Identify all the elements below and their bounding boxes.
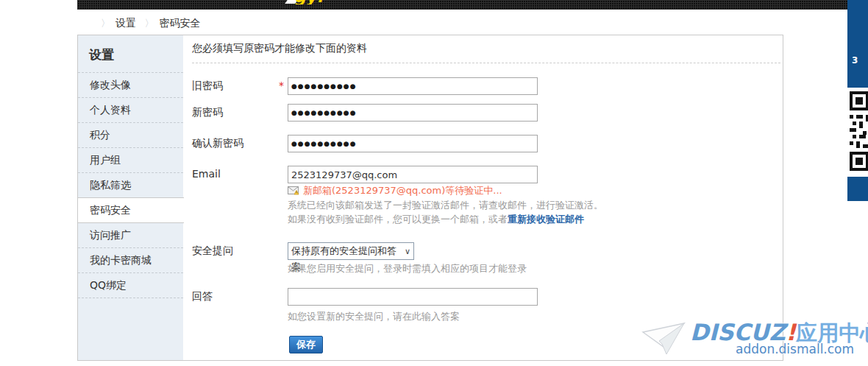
page: gy! 〉设置 〉密码安全 设置 修改头像 个人资料 积分 用户组 隐私筛选 密… [0, 0, 868, 366]
chevron-right-icon: 〉 [144, 18, 154, 29]
sidebar-item-qq-bind[interactable]: QQ绑定 [78, 273, 183, 298]
required-asterisk: * [279, 80, 284, 91]
side-promo-strip: 3 [847, 0, 868, 201]
old-password-label: 旧密码 [192, 80, 223, 93]
confirm-password-input[interactable] [288, 135, 538, 152]
settings-panel: 设置 修改头像 个人资料 积分 用户组 隐私筛选 密码安全 访问推广 我的卡密商… [77, 35, 783, 361]
breadcrumb-password-security[interactable]: 密码安全 [159, 17, 200, 29]
form-notice: 您必须填写原密码才能修改下面的资料 [192, 42, 367, 55]
site-logo-fragment: gy! [294, 0, 353, 4]
new-password-label: 新密码 [192, 106, 223, 119]
chevron-right-icon: 〉 [101, 18, 110, 29]
password-security-form: 您必须填写原密码才能修改下面的资料 旧密码 * 新密码 确认新密码 Email [183, 35, 783, 360]
watermark-exclaim: ! [786, 319, 796, 345]
old-password-input[interactable] [288, 77, 538, 95]
sidebar-item-avatar[interactable]: 修改头像 [78, 73, 183, 98]
email-verify-line1: 系统已经向该邮箱发送了一封验证激活邮件，请查收邮件，进行验证激活。 [288, 199, 603, 212]
sidebar-item-profile[interactable]: 个人资料 [78, 98, 183, 123]
security-question-tip: 如果您启用安全提问，登录时需填入相应的项目才能登录 [288, 262, 527, 275]
breadcrumb-settings[interactable]: 设置 [115, 17, 136, 29]
security-question-select[interactable]: ∨ 保持原有的安全提问和答案 [288, 242, 414, 260]
sidebar-item-credits[interactable]: 积分 [78, 123, 183, 148]
email-label: Email [192, 168, 221, 180]
email-verify-status: 新邮箱(2523129737@qq.com)等待验证中... [288, 184, 502, 197]
top-header-bar: gy! [77, 0, 848, 10]
resend-verification-link[interactable]: 重新接收验证邮件 [508, 214, 584, 225]
new-password-input[interactable] [288, 104, 538, 122]
divider [192, 63, 780, 63]
sidebar-item-usergroup[interactable]: 用户组 [78, 148, 183, 173]
confirm-password-label: 确认新密码 [192, 137, 243, 150]
watermark-suffix: 应用中心 [796, 320, 868, 345]
security-question-label: 安全提问 [192, 244, 233, 258]
answer-input[interactable] [288, 288, 538, 306]
sidebar-item-card-mall[interactable]: 我的卡密商城 [78, 248, 183, 273]
promo-text-fragment: 3 [852, 55, 858, 66]
sidebar-item-promotion[interactable]: 访问推广 [78, 223, 183, 248]
email-verify-line2-text: 如果没有收到验证邮件，您可以更换一个邮箱，或者 [288, 214, 508, 225]
dropdown-arrow-icon: ∨ [405, 244, 410, 260]
email-input[interactable] [288, 166, 538, 183]
sidebar-item-password-security[interactable]: 密码安全 [78, 197, 184, 223]
email-verify-line2: 如果没有收到验证邮件，您可以更换一个邮箱，或者重新接收验证邮件 [288, 213, 584, 226]
qr-code [847, 88, 868, 177]
save-button[interactable]: 保存 [289, 336, 323, 353]
answer-label: 回答 [192, 290, 213, 303]
envelope-warning-icon [288, 186, 299, 197]
sidebar: 设置 修改头像 个人资料 积分 用户组 隐私筛选 密码安全 访问推广 我的卡密商… [78, 35, 183, 360]
breadcrumb: 〉设置 〉密码安全 [96, 17, 200, 30]
sidebar-item-privacy[interactable]: 隐私筛选 [78, 173, 183, 198]
answer-tip: 如您设置新的安全提问，请在此输入答案 [288, 310, 460, 323]
sidebar-title: 设置 [78, 35, 183, 73]
